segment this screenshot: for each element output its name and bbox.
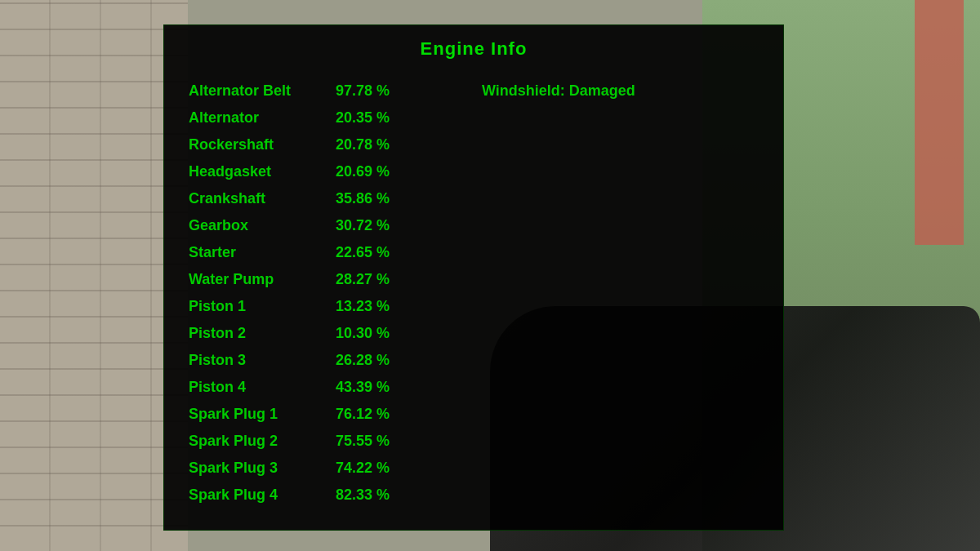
- component-label: Alternator: [189, 109, 336, 127]
- component-value: 82.33 %: [336, 487, 417, 504]
- component-label: Spark Plug 2: [189, 433, 336, 450]
- table-row: Piston 210.30 %: [189, 320, 466, 347]
- component-label: Piston 2: [189, 325, 336, 342]
- component-value: 30.72 %: [336, 217, 417, 234]
- component-value: 74.22 %: [336, 460, 417, 477]
- table-row: Water Pump28.27 %: [189, 266, 466, 293]
- component-label: Water Pump: [189, 271, 336, 288]
- component-value: 75.55 %: [336, 433, 417, 450]
- component-value: 20.69 %: [336, 163, 417, 180]
- table-row: Rockershaft20.78 %: [189, 131, 466, 158]
- table-row: Piston 113.23 %: [189, 293, 466, 320]
- status-item: Windshield: Damaged: [482, 78, 759, 104]
- component-label: Gearbox: [189, 217, 336, 234]
- table-row: Headgasket20.69 %: [189, 158, 466, 185]
- brick-wall-left: [0, 0, 188, 551]
- table-row: Gearbox30.72 %: [189, 212, 466, 239]
- status-list: Windshield: Damaged: [482, 78, 759, 509]
- component-label: Headgasket: [189, 163, 336, 180]
- component-label: Piston 1: [189, 298, 336, 315]
- table-row: Alternator Belt97.78 %: [189, 78, 466, 104]
- component-value: 97.78 %: [336, 82, 417, 100]
- component-label: Rockershaft: [189, 136, 336, 153]
- component-label: Piston 4: [189, 379, 336, 396]
- component-value: 10.30 %: [336, 325, 417, 342]
- components-list: Alternator Belt97.78 %Alternator20.35 %R…: [189, 78, 466, 509]
- table-row: Spark Plug 176.12 %: [189, 401, 466, 428]
- table-row: Spark Plug 482.33 %: [189, 482, 466, 509]
- component-value: 22.65 %: [336, 244, 417, 261]
- component-label: Starter: [189, 244, 336, 261]
- table-row: Starter22.65 %: [189, 239, 466, 266]
- table-row: Crankshaft35.86 %: [189, 185, 466, 212]
- table-row: Spark Plug 374.22 %: [189, 455, 466, 482]
- component-label: Spark Plug 1: [189, 406, 336, 423]
- component-label: Crankshaft: [189, 190, 336, 207]
- table-row: Spark Plug 275.55 %: [189, 428, 466, 455]
- component-label: Spark Plug 4: [189, 487, 336, 504]
- component-value: 20.78 %: [336, 136, 417, 153]
- component-value: 20.35 %: [336, 109, 417, 127]
- component-label: Alternator Belt: [189, 82, 336, 100]
- table-row: Piston 443.39 %: [189, 374, 466, 401]
- panel-content: Alternator Belt97.78 %Alternator20.35 %R…: [164, 69, 783, 517]
- component-value: 35.86 %: [336, 190, 417, 207]
- engine-info-panel: Engine Info Alternator Belt97.78 %Altern…: [163, 24, 784, 531]
- table-row: Piston 326.28 %: [189, 347, 466, 374]
- component-value: 26.28 %: [336, 352, 417, 369]
- table-row: Alternator20.35 %: [189, 104, 466, 131]
- component-value: 13.23 %: [336, 298, 417, 315]
- panel-title: Engine Info: [164, 25, 783, 69]
- component-value: 76.12 %: [336, 406, 417, 423]
- component-label: Piston 3: [189, 352, 336, 369]
- component-value: 43.39 %: [336, 379, 417, 396]
- component-value: 28.27 %: [336, 271, 417, 288]
- component-label: Spark Plug 3: [189, 460, 336, 477]
